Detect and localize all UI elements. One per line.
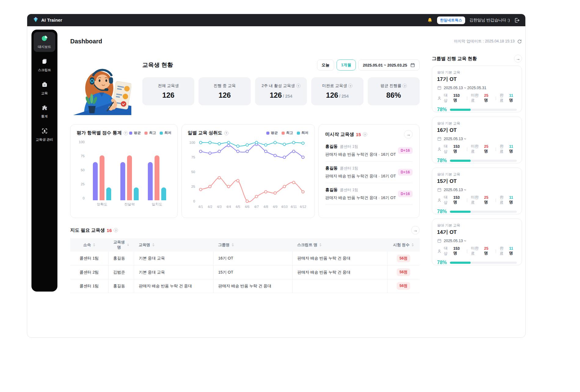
svg-text:4/3: 4/3: [217, 205, 221, 209]
line-chart-svg: 02550751004/14/24/34/44/54/64/74/84/94/1…: [188, 138, 309, 209]
svg-text:25: 25: [191, 185, 195, 188]
help-icon[interactable]: ?: [363, 132, 367, 136]
progress-percent: 78%: [437, 260, 447, 265]
column-header-그룹명[interactable]: 그룹명: [213, 238, 292, 252]
y-axis-tick: 50: [77, 168, 85, 172]
table-row[interactable]: 콜센터 2팀김범준기본 응대 교육15기 OT판매자 배송 반품 누락 건 응대…: [70, 265, 420, 279]
sidebar-item-label: 교육: [41, 91, 48, 96]
date-range-picker[interactable]: 2025.05.01 ~ 2025.03.25: [358, 60, 420, 71]
progress-percent: 78%: [437, 107, 447, 112]
y-axis-tick: 0: [77, 196, 85, 200]
x-axis-label: 일치도: [152, 202, 162, 207]
group-card-15기 OT[interactable]: 응대 기본 교육15기 OT2025.05.13 ~대상153명|미완료25명|…: [432, 168, 522, 214]
group-progress-more-arrow-icon[interactable]: →: [514, 55, 522, 63]
person-icon: [437, 96, 442, 100]
bar-최고: [100, 155, 104, 200]
person-icon: [437, 249, 442, 253]
help-icon[interactable]: ?: [348, 84, 352, 88]
group-name: 15기 OT: [437, 178, 517, 185]
sidebar-item-대시보드[interactable]: 대시보드: [34, 32, 55, 52]
not-started-item[interactable]: 홍길동콜센터 1팀판매자 배송 반품 누락건 응대 · 16기 OTD+16: [325, 162, 413, 183]
not-started-count: 15: [356, 132, 361, 137]
y-axis-tick: 75: [77, 154, 85, 158]
table-row[interactable]: 콜센터 1팀홍길동기본 응대 교육16기 OT판매자 배송 반품 누락 건 응대…: [70, 252, 420, 265]
group-card-16기 OT[interactable]: 응대 기본 교육16기 OT2025.05.13 ~대상153명|미완료25명|…: [432, 117, 522, 163]
help-icon[interactable]: ?: [296, 84, 301, 88]
column-header-스크립트 명[interactable]: 스크립트 명: [292, 238, 387, 252]
table-cell: 판매자 배송 반품 누락 건 응대: [292, 252, 387, 265]
person-icon: [437, 147, 442, 151]
last-update: 마지막 업데이트 : 2025.04.18 15:13: [454, 39, 522, 44]
help-icon[interactable]: ?: [114, 228, 118, 232]
legend-swatch: [282, 132, 285, 135]
refresh-icon[interactable]: [517, 39, 522, 44]
group-card-14기 OT[interactable]: 응대 기본 교육14기 OT2025.05.13 ~대상153명|미완료25명|…: [432, 219, 522, 265]
table-body: 콜센터 1팀홍길동기본 응대 교육16기 OT판매자 배송 반품 누락 건 응대…: [70, 252, 420, 293]
student-name: 홍길동: [325, 165, 338, 171]
svg-text:4/7: 4/7: [254, 205, 259, 209]
table-more-arrow-icon[interactable]: →: [411, 226, 420, 234]
overview-section: 교육생 현황 오늘 1개월 2025.05.01 ~ 2025.03.25: [70, 54, 420, 115]
table-cell: 콜센터 1팀: [70, 279, 108, 293]
legend-swatch: [297, 132, 300, 135]
last-update-text: 마지막 업데이트 : 2025.04.18 15:13: [454, 39, 515, 44]
column-header-교육명[interactable]: 교육명: [134, 238, 213, 252]
stat-card: 전체 교육생126: [142, 77, 194, 105]
svg-text:4/12: 4/12: [300, 205, 306, 209]
bar-최저: [134, 187, 139, 200]
calendar-icon: [437, 136, 442, 141]
bar-평균: [120, 162, 125, 200]
bar-chart: 0255075100정확도전달력일치도: [77, 140, 171, 207]
svg-text:4/4: 4/4: [226, 205, 231, 209]
stat-label: 전체 교육생: [158, 83, 179, 89]
student-name: 홍길동: [325, 144, 338, 149]
group-cards: 응대 기본 교육17기 OT2025.05.13 ~ 2025.05.31대상1…: [432, 66, 522, 265]
help-icon[interactable]: ?: [403, 84, 407, 88]
student-name: 홍길동: [325, 187, 338, 193]
help-icon[interactable]: ?: [224, 131, 228, 135]
filter-month-button[interactable]: 1개월: [337, 60, 356, 71]
svg-text:50: 50: [191, 170, 195, 174]
sidebar-item-통계[interactable]: 통계: [34, 102, 55, 122]
not-started-item[interactable]: 홍길동콜센터 1팀판매자 배송 반품 누락건 응대 · 16기 OTD+16: [325, 183, 413, 205]
y-axis-tick: 100: [77, 140, 85, 144]
logout-icon[interactable]: [514, 17, 520, 23]
student-team: 콜센터 1팀: [340, 166, 358, 171]
table-title: 지도 필요 교육생: [70, 227, 105, 233]
days-badge: D+16: [398, 169, 413, 176]
not-started-more-arrow-icon[interactable]: →: [404, 130, 413, 139]
notification-bell-icon[interactable]: [427, 17, 433, 23]
table-cell: [292, 279, 387, 293]
group-card-17기 OT[interactable]: 응대 기본 교육17기 OT2025.05.13 ~ 2025.05.31대상1…: [432, 66, 522, 112]
legend-swatch: [266, 132, 269, 135]
table-row[interactable]: 콜센터 1팀홍길동판매자 배송 반품 누락 건 응대판매자 배송 반품 누락 건…: [70, 279, 420, 293]
stat-value: 126: [219, 91, 231, 100]
help-icon[interactable]: ?: [124, 131, 128, 135]
column-header-시험 점수[interactable]: 시험 점수: [387, 238, 420, 252]
svg-text:4/11: 4/11: [290, 205, 297, 209]
user-greeting: 김한일님 반갑습니다 :): [469, 17, 510, 23]
sidebar-item-교육생 관리[interactable]: 교육생 관리: [34, 125, 55, 145]
table-cell: 김범준: [108, 265, 134, 279]
course-desc: 판매자 배송 반품 누락건 응대 · 16기 OT: [325, 152, 396, 157]
stat-label: 진행 중 교육: [213, 83, 235, 89]
bar-group-일치도: 일치도: [148, 142, 166, 207]
column-header-소속[interactable]: 소속: [70, 238, 108, 252]
table-cell: 기본 응대 교육: [134, 265, 213, 279]
days-badge: D+16: [398, 147, 413, 154]
trainer-illustration: [70, 54, 131, 115]
group-name: 16기 OT: [437, 127, 517, 134]
guidance-needed-table: 소속교육생명교육명그룹명스크립트 명시험 점수 콜센터 1팀홍길동기본 응대 교…: [70, 238, 420, 293]
sidebar-item-스크립트[interactable]: 스크립트: [34, 55, 55, 75]
brand: AI Trainer: [33, 16, 62, 24]
sort-icon: [93, 243, 95, 247]
bar-chart-legend: 평균최고최저: [129, 131, 171, 135]
progress-bar: [450, 262, 517, 264]
column-header-교육생명[interactable]: 교육생명: [108, 238, 134, 252]
sidebar-item-교육[interactable]: 교육: [34, 78, 55, 98]
filter-today-button[interactable]: 오늘: [317, 60, 334, 71]
stat-value: 126/ 254: [326, 91, 348, 100]
org-badge[interactable]: 한일네트웍스: [437, 16, 465, 24]
bar-group-전달력: 전달력: [120, 142, 139, 207]
not-started-item[interactable]: 홍길동콜센터 1팀판매자 배송 반품 누락건 응대 · 16기 OTD+16: [325, 140, 413, 162]
